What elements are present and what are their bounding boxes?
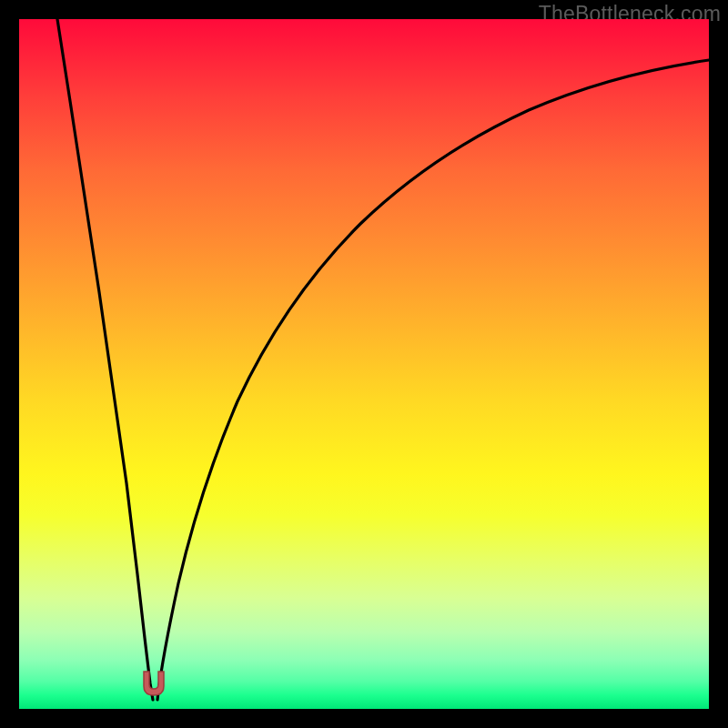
curve-right-branch [157,60,709,700]
chart-frame: TheBottleneck.com [0,0,728,728]
curve-left-branch [57,19,153,700]
minimum-marker [142,670,166,697]
plot-area [19,19,709,709]
bottleneck-curve [19,19,709,709]
u-notch-icon [142,670,166,697]
